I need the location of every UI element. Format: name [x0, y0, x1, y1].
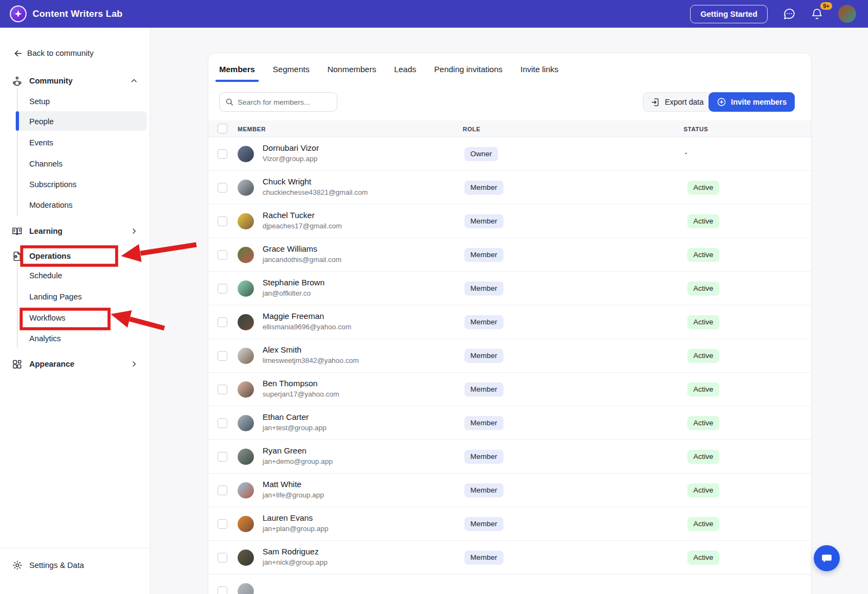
sidebar-item-moderations[interactable]: Moderations: [0, 195, 150, 215]
member-name: Stephanie Brown: [263, 278, 324, 287]
member-name: Alex Smith: [263, 345, 302, 354]
search-input[interactable]: [238, 98, 324, 106]
getting-started-button[interactable]: Getting Started: [690, 5, 768, 23]
table-row: Dornubari Vizor Vizor@group.app Owner -: [208, 137, 811, 171]
tab-invite-links[interactable]: Invite links: [520, 62, 558, 82]
row-checkbox[interactable]: [218, 452, 227, 462]
row-checkbox[interactable]: [218, 149, 227, 159]
status-badge: Active: [687, 181, 719, 195]
row-checkbox[interactable]: [218, 351, 227, 361]
member-email: djpeaches17@gmail.com: [263, 222, 342, 230]
sidebar-item-schedule[interactable]: Schedule: [0, 265, 150, 286]
table-row: Chuck Wright chuckiechesse43821@gmail.co…: [208, 171, 811, 205]
sparkle-star-icon: [14, 9, 23, 18]
main-content-area: MembersSegmentsNonmembersLeadsPending in…: [150, 28, 868, 594]
member-email: superjan17@yahoo.com: [263, 390, 339, 398]
member-avatar: [238, 583, 254, 594]
sidebar-section-operations[interactable]: Operations: [0, 246, 150, 266]
status-badge: Active: [687, 551, 719, 565]
sidebar-item-channels[interactable]: Channels: [0, 154, 150, 174]
role-chip: Member: [464, 181, 503, 195]
tab-members[interactable]: Members: [219, 62, 255, 82]
table-row: [208, 574, 811, 594]
status-badge: Active: [687, 315, 719, 329]
table-row: Lauren Evans jan+plan@group.app Member A…: [208, 507, 811, 541]
invite-members-button[interactable]: Invite members: [709, 92, 795, 112]
table-row: Ethan Carter jan+test@group.app Member A…: [208, 406, 811, 440]
role-chip: Member: [464, 282, 503, 296]
chevron-up-icon: [130, 77, 138, 85]
sidebar-section-learning[interactable]: Learning: [0, 221, 150, 241]
tab-nonmembers[interactable]: Nonmembers: [327, 62, 376, 82]
community-title: Content Writers Lab: [33, 9, 123, 20]
table-row: Matt White jan+life@group.app Member Act…: [208, 474, 811, 507]
tab-leads[interactable]: Leads: [394, 62, 416, 82]
member-name: Sam Rodriguez: [263, 547, 318, 556]
row-checkbox[interactable]: [218, 216, 227, 226]
status-badge: Active: [687, 483, 719, 497]
document-gear-icon: [11, 251, 23, 262]
role-chip: Member: [464, 483, 503, 497]
table-row: Rachel Tucker djpeaches17@gmail.com Memb…: [208, 205, 811, 238]
sidebar-item-settings-data[interactable]: Settings & Data: [0, 555, 150, 576]
export-data-button[interactable]: Export data: [643, 92, 712, 112]
member-email: Vizor@group.app: [263, 155, 317, 163]
member-avatar: [238, 516, 254, 532]
sidebar-item-workflows[interactable]: Workflows: [0, 308, 150, 328]
row-checkbox[interactable]: [218, 385, 227, 394]
export-icon: [651, 98, 660, 107]
sidebar-section-appearance[interactable]: Appearance: [0, 354, 150, 374]
top-navigation-bar: Content Writers Lab Getting Started 9+: [0, 0, 868, 28]
plus-circle-icon: [717, 97, 726, 107]
member-avatar: [238, 180, 254, 196]
row-checkbox[interactable]: [218, 418, 227, 428]
sidebar-item-landing-pages[interactable]: Landing Pages: [0, 286, 150, 307]
status-badge: Active: [687, 416, 719, 430]
user-avatar[interactable]: [838, 5, 856, 23]
sidebar-item-analytics[interactable]: Analytics: [0, 328, 150, 349]
row-checkbox[interactable]: [218, 519, 227, 529]
status-badge: Active: [687, 282, 719, 296]
row-checkbox[interactable]: [218, 284, 227, 293]
member-email: jan+plan@group.app: [263, 525, 328, 533]
member-avatar: [238, 247, 254, 263]
community-logo[interactable]: [10, 5, 27, 22]
member-avatar: [238, 146, 254, 162]
row-checkbox[interactable]: [218, 586, 227, 594]
sidebar-item-events[interactable]: Events: [0, 132, 150, 153]
row-checkbox[interactable]: [218, 250, 227, 260]
member-email: jancandothis@gmail.com: [263, 256, 341, 264]
sidebar-item-people[interactable]: People: [0, 111, 150, 132]
sidebar-item-subscriptions[interactable]: Subscriptions: [0, 174, 150, 195]
chat-widget-button[interactable]: [814, 545, 840, 571]
row-checkbox[interactable]: [218, 486, 227, 495]
tab-segments[interactable]: Segments: [273, 62, 310, 82]
notifications-bell-icon[interactable]: 9+: [810, 7, 824, 21]
sidebar-section-community[interactable]: Community: [0, 71, 150, 91]
status-badge: Active: [687, 517, 719, 531]
chat-bubble-icon: [820, 552, 833, 565]
column-status: STATUS: [684, 120, 708, 137]
search-members-box[interactable]: [219, 92, 337, 112]
back-to-community-link[interactable]: Back to community: [0, 43, 150, 63]
community-users-icon: [11, 75, 23, 87]
role-chip: Member: [464, 349, 503, 363]
member-email: chuckiechesse43821@gmail.com: [263, 188, 368, 196]
member-name: Ethan Carter: [263, 412, 309, 421]
table-row: Maggie Freeman ellismania9696@yahoo.com …: [208, 305, 811, 339]
table-row: Stephanie Brown jan@offkilter.co Member …: [208, 272, 811, 305]
row-checkbox[interactable]: [218, 553, 227, 563]
sidebar-item-setup[interactable]: Setup: [0, 91, 150, 112]
members-tab-bar: MembersSegmentsNonmembersLeadsPending in…: [219, 62, 558, 82]
messages-icon[interactable]: [782, 7, 796, 21]
select-all-checkbox[interactable]: [218, 124, 227, 133]
table-row: Sam Rodriguez jan+nick@group.app Member …: [208, 541, 811, 574]
member-avatar: [238, 550, 254, 566]
row-checkbox[interactable]: [218, 183, 227, 193]
tab-pending-invitations[interactable]: Pending invitations: [434, 62, 502, 82]
role-chip: Member: [464, 248, 503, 262]
members-card: MembersSegmentsNonmembersLeadsPending in…: [208, 53, 812, 594]
member-avatar: [238, 314, 254, 330]
member-email: limesweetjm3842@yahoo.com: [263, 356, 359, 365]
row-checkbox[interactable]: [218, 317, 227, 327]
